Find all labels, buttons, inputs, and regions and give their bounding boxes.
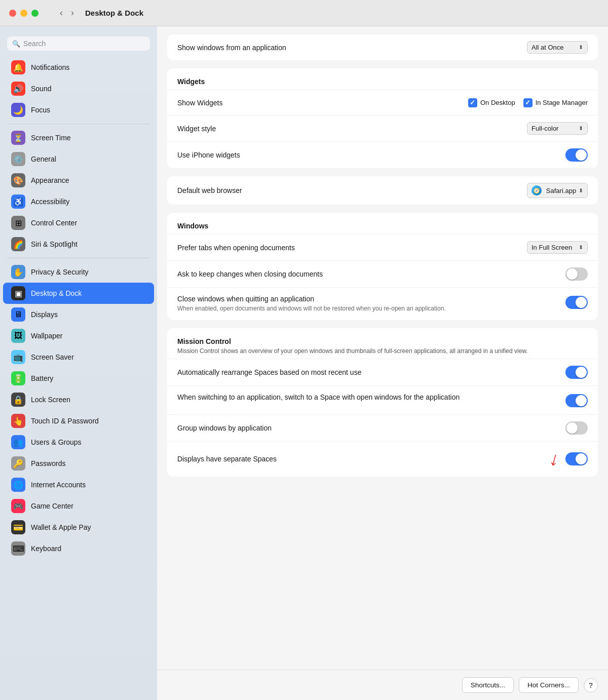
privacy-security-icon: ✋	[11, 265, 25, 279]
traffic-lights	[9, 10, 39, 17]
wallet-apple-pay-icon: 💳	[11, 520, 25, 534]
sidebar-label-lock-screen: Lock Screen	[31, 396, 70, 404]
sidebar-item-battery[interactable]: 🔋 Battery	[3, 368, 154, 389]
sidebar-item-focus[interactable]: 🌙 Focus	[3, 99, 154, 121]
show-windows-row: Show windows from an application All at …	[167, 34, 598, 60]
show-widgets-label: Show Widgets	[177, 99, 468, 107]
sidebar-item-desktop-dock[interactable]: ▣ Desktop & Dock	[3, 283, 154, 304]
search-icon: 🔍	[12, 40, 20, 48]
sidebar-item-passwords[interactable]: 🔑 Passwords	[3, 453, 154, 474]
sidebar-item-notifications[interactable]: 🔔 Notifications	[3, 57, 154, 78]
auto-rearrange-label: Automatically rearrange Spaces based on …	[177, 368, 565, 376]
sidebar-item-general[interactable]: ⚙️ General	[3, 148, 154, 170]
search-input[interactable]	[23, 40, 145, 48]
sidebar-item-lock-screen[interactable]: 🔒 Lock Screen	[3, 389, 154, 410]
browser-value: Safari.app	[546, 187, 576, 195]
browser-dropdown[interactable]: 🧭 Safari.app ⬍	[527, 183, 588, 198]
forward-button[interactable]: ›	[68, 7, 77, 19]
sidebar-item-screen-saver[interactable]: 📺 Screen Saver	[3, 346, 154, 368]
sidebar-label-internet-accounts: Internet Accounts	[31, 481, 86, 489]
prefer-tabs-dropdown[interactable]: In Full Screen ⬍	[527, 241, 588, 254]
ask-keep-changes-toggle[interactable]	[565, 267, 588, 281]
prefer-tabs-label: Prefer tabs when opening documents	[177, 244, 527, 252]
sidebar-label-sound: Sound	[31, 85, 51, 93]
sidebar-label-notifications: Notifications	[31, 63, 69, 71]
internet-accounts-icon: 🌐	[11, 478, 25, 492]
ask-keep-changes-label: Ask to keep changes when closing documen…	[177, 270, 565, 278]
mission-control-header: Mission Control Mission Control shows an…	[167, 328, 598, 359]
windows-section: Windows Prefer tabs when opening documen…	[167, 213, 598, 320]
show-widgets-row: Show Widgets ✓ On Desktop ✓ In Stage Man…	[167, 90, 598, 115]
iphone-widgets-label: Use iPhone widgets	[177, 151, 565, 159]
close-windows-toggle[interactable]	[565, 296, 588, 309]
sidebar-label-control-center: Control Center	[31, 219, 77, 227]
sidebar-item-siri-spotlight[interactable]: 🌈 Siri & Spotlight	[3, 234, 154, 255]
close-button[interactable]	[9, 10, 16, 17]
sidebar-item-keyboard[interactable]: ⌨ Keyboard	[3, 538, 154, 559]
screen-time-icon: ⏳	[11, 131, 25, 145]
keyboard-icon: ⌨	[11, 541, 25, 556]
touch-id-password-icon: 👆	[11, 414, 25, 428]
help-button[interactable]: ?	[584, 678, 598, 692]
widget-style-value: Full-color	[531, 125, 558, 132]
sidebar-item-sound[interactable]: 🔊 Sound	[3, 78, 154, 99]
sidebar-label-desktop-dock: Desktop & Dock	[31, 289, 82, 297]
separate-spaces-row: Displays have separate Spaces ↓	[167, 441, 598, 477]
toggle-knob	[576, 149, 587, 161]
chevron-down-icon: ⬍	[579, 125, 583, 132]
iphone-widgets-toggle[interactable]	[565, 148, 588, 162]
close-windows-sublabel: When enabled, open documents and windows…	[177, 304, 565, 313]
maximize-button[interactable]	[31, 10, 39, 17]
widget-style-dropdown[interactable]: Full-color ⬍	[527, 122, 588, 135]
shortcuts-button[interactable]: Shortcuts...	[462, 677, 514, 693]
switch-space-toggle[interactable]	[565, 394, 588, 407]
in-stage-manager-wrap[interactable]: ✓ In Stage Manager	[523, 98, 588, 107]
show-windows-dropdown[interactable]: All at Once ⬍	[527, 41, 588, 54]
back-button[interactable]: ‹	[57, 7, 66, 19]
on-desktop-wrap[interactable]: ✓ On Desktop	[468, 98, 515, 107]
in-stage-manager-checkbox[interactable]: ✓	[523, 98, 533, 107]
sidebar-label-wallpaper: Wallpaper	[31, 332, 63, 340]
sidebar-item-wallpaper[interactable]: 🖼 Wallpaper	[3, 325, 154, 346]
sidebar-item-displays[interactable]: 🖥 Displays	[3, 304, 154, 325]
sidebar-item-control-center[interactable]: ⊞ Control Center	[3, 212, 154, 234]
game-center-icon: 🎮	[11, 499, 25, 513]
mission-control-description: Mission Control shows an overview of you…	[177, 347, 588, 355]
separate-spaces-controls: ↓	[550, 448, 588, 470]
toggle-knob	[576, 367, 587, 378]
hot-corners-button[interactable]: Hot Corners...	[519, 677, 579, 693]
separate-spaces-toggle[interactable]	[565, 452, 588, 465]
sidebar-item-users-groups[interactable]: 👥 Users & Groups	[3, 432, 154, 453]
chevron-down-icon: ⬍	[579, 244, 583, 251]
browser-label: Default web browser	[177, 186, 527, 195]
sidebar-item-privacy-security[interactable]: ✋ Privacy & Security	[3, 261, 154, 283]
sound-icon: 🔊	[11, 82, 25, 96]
close-windows-wrap: Close windows when quitting an applicati…	[177, 295, 565, 313]
sidebar-item-internet-accounts[interactable]: 🌐 Internet Accounts	[3, 474, 154, 495]
widget-style-label: Widget style	[177, 125, 527, 133]
search-box[interactable]: 🔍	[7, 36, 150, 51]
prefer-tabs-value: In Full Screen	[531, 244, 572, 251]
toggle-knob	[576, 297, 587, 308]
sidebar-label-screen-saver: Screen Saver	[31, 353, 74, 361]
wallpaper-icon: 🖼	[11, 329, 25, 343]
on-desktop-checkbox[interactable]: ✓	[468, 98, 477, 107]
sidebar-label-appearance: Appearance	[31, 176, 69, 184]
group-windows-toggle[interactable]	[565, 421, 588, 435]
sidebar-item-touch-id-password[interactable]: 👆 Touch ID & Password	[3, 410, 154, 432]
titlebar: ‹ › Desktop & Dock	[0, 0, 608, 26]
chevron-down-icon: ⬍	[579, 187, 583, 194]
minimize-button[interactable]	[20, 10, 27, 17]
sidebar-label-passwords: Passwords	[31, 459, 65, 468]
sidebar-item-wallet-apple-pay[interactable]: 💳 Wallet & Apple Pay	[3, 517, 154, 538]
desktop-dock-icon: ▣	[11, 286, 25, 300]
sidebar-item-accessibility[interactable]: ♿ Accessibility	[3, 191, 154, 212]
navigation-buttons: ‹ ›	[57, 7, 77, 19]
accessibility-icon: ♿	[11, 195, 25, 209]
sidebar-label-users-groups: Users & Groups	[31, 438, 82, 446]
displays-icon: 🖥	[11, 307, 25, 322]
sidebar-item-screen-time[interactable]: ⏳ Screen Time	[3, 127, 154, 148]
sidebar-item-game-center[interactable]: 🎮 Game Center	[3, 495, 154, 517]
sidebar-item-appearance[interactable]: 🎨 Appearance	[3, 170, 154, 191]
auto-rearrange-toggle[interactable]	[565, 366, 588, 379]
